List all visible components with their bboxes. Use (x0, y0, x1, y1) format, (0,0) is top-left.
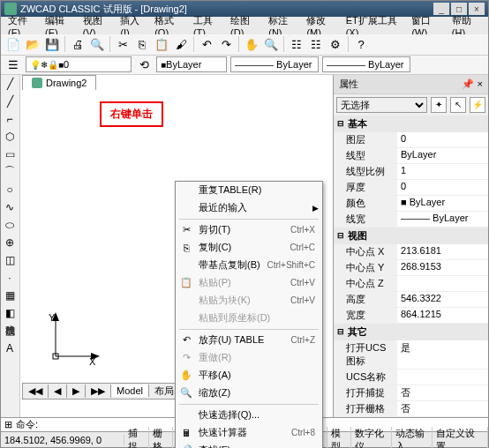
status-数字化仪[interactable]: 数字化仪 (351, 427, 392, 449)
ctx-快速计算器[interactable]: 🖩快速计算器Ctrl+8 (176, 424, 322, 442)
prop-row[interactable]: 线型ByLayer (334, 148, 488, 164)
layer-combo[interactable]: 💡❄🔒■ 0 (26, 56, 132, 72)
prop-row[interactable]: 图层0 (334, 132, 488, 148)
new-icon[interactable]: 📄 (4, 35, 22, 53)
ctx-平移(A)[interactable]: ✋平移(A) (176, 367, 322, 385)
toolbar-draw: ╱ ╱ ⌐ ⬡ ▭ ⌒ ○ ∿ ⬭ ⊕ ◫ · ▦ ◧ ▤ A (1, 75, 20, 417)
redo-icon[interactable]: ↷ (217, 35, 235, 53)
prop-row[interactable]: 打开UCS图标是 (334, 340, 488, 370)
match-icon[interactable]: 🖌 (172, 35, 190, 53)
ctx-最近的输入[interactable]: 最近的输入▶ (176, 199, 322, 217)
xline-icon[interactable]: ╱ (1, 93, 19, 110)
layer-manager-icon[interactable]: ☰ (4, 56, 22, 73)
ctx-重做(R): ↷重做(R) (176, 349, 322, 367)
prop-row[interactable]: 打开捕捉否 (334, 385, 488, 401)
pline-icon[interactable]: ⌐ (1, 110, 19, 128)
cut-icon[interactable]: ✂ (114, 35, 132, 53)
undo-icon[interactable]: ↶ (198, 35, 215, 53)
open-icon[interactable]: 📂 (24, 35, 41, 53)
ucs-icon: YX (47, 312, 100, 369)
props-close-icon[interactable]: × (478, 78, 483, 89)
status-动态输入[interactable]: 动态输入 (392, 427, 433, 449)
drawing-canvas[interactable]: Drawing2 右键单击 YX ◀◀ ◀ ▶ ▶▶ Model 布局1 布局2… (20, 75, 333, 417)
table-icon[interactable]: ▤ (1, 322, 19, 340)
prop-row[interactable]: 厚度0 (334, 180, 488, 196)
prop-row[interactable]: 线宽——— ByLayer (334, 212, 488, 228)
status-栅格[interactable]: 栅格 (149, 427, 174, 449)
tab-nav-first[interactable]: ◀◀ (23, 385, 49, 398)
ctx-重复TABLE(R)[interactable]: 重复TABLE(R) (176, 182, 322, 199)
circle-icon[interactable]: ○ (1, 181, 19, 198)
lineweight-combo[interactable]: ———— ByLayer (322, 56, 410, 72)
props-pin-icon[interactable]: 📌 (462, 78, 474, 90)
pan-icon[interactable]: ✋ (243, 35, 260, 53)
tab-model[interactable]: Model (111, 385, 149, 397)
prop-row[interactable]: 线型比例1 (334, 164, 488, 180)
prop-category[interactable]: 其它 (334, 324, 488, 340)
coordinates[interactable]: 184.5102, 456.9969, 0 (1, 435, 124, 445)
paste-icon[interactable]: 📋 (153, 35, 170, 53)
doc-tab-label: Drawing2 (46, 78, 87, 88)
svg-text:X: X (89, 356, 96, 365)
layer-prev-icon[interactable]: ⟲ (135, 56, 153, 73)
spline-icon[interactable]: ∿ (1, 198, 19, 216)
text-icon[interactable]: A (1, 340, 19, 357)
rectangle-icon[interactable]: ▭ (1, 146, 19, 163)
prop-row[interactable]: 打开栅格否 (334, 401, 488, 417)
arc-icon[interactable]: ⌒ (1, 163, 19, 181)
menubar: 文件(F)编辑(E)视图(V)插入(I)格式(O)工具(T)绘图(D)标注(N)… (1, 17, 488, 34)
ctx-缩放(Z)[interactable]: 🔍缩放(Z) (176, 385, 322, 402)
prop-row[interactable]: 高度546.3322 (334, 292, 488, 308)
region-icon[interactable]: ◧ (1, 304, 19, 322)
ctx-放弃(U) TABLE[interactable]: ↶放弃(U) TABLECtrl+Z (176, 332, 322, 349)
toolbar-standard: 📄 📂 💾 🖨 🔍 ✂ ⎘ 📋 🖌 ↶ ↷ ✋ 🔍 ☷ ☷ ⚙ ? (1, 34, 488, 56)
line-icon[interactable]: ╱ (1, 75, 19, 93)
properties-icon[interactable]: ☷ (288, 35, 305, 53)
ctx-粘贴为块(K): 粘贴为块(K)Ctrl+V (176, 292, 322, 310)
ctx-带基点复制(B)[interactable]: 带基点复制(B)Ctrl+Shift+C (176, 257, 322, 274)
copy-icon[interactable]: ⎘ (133, 35, 151, 53)
tab-nav-prev[interactable]: ◀ (49, 385, 67, 398)
point-icon[interactable]: · (1, 269, 19, 287)
preview-icon[interactable]: 🔍 (88, 35, 106, 53)
toolbar-layer: ☰ 💡❄🔒■ 0 ⟲ ■ ByLayer ———— ByLayer ———— B… (1, 56, 488, 75)
polygon-icon[interactable]: ⬡ (1, 128, 19, 146)
save-icon[interactable]: 💾 (43, 35, 61, 53)
help-icon[interactable]: ? (352, 35, 370, 53)
block-icon[interactable]: ◫ (1, 251, 19, 269)
selection-combo[interactable]: 无选择 (336, 97, 427, 113)
tools-icon[interactable]: ⚙ (327, 35, 344, 53)
select-objects-icon[interactable]: ↖ (450, 97, 466, 113)
print-icon[interactable]: 🖨 (69, 35, 87, 53)
hatch-icon[interactable]: ▦ (1, 287, 19, 304)
status-自定义设置...[interactable]: 自定义设置... (433, 427, 488, 449)
ctx-粘贴到原坐标(D): 粘贴到原坐标(D) (176, 310, 322, 327)
designcenter-icon[interactable]: ☷ (307, 35, 325, 53)
insert-icon[interactable]: ⊕ (1, 234, 19, 251)
ctx-快速选择(Q)...[interactable]: 快速选择(Q)... (176, 407, 322, 424)
color-combo[interactable]: ■ ByLayer (156, 56, 227, 72)
linetype-combo[interactable]: ———— ByLayer (230, 56, 319, 72)
ctx-复制(C)[interactable]: ⎘复制(C)Ctrl+C (176, 239, 322, 257)
prop-category[interactable]: 视图 (334, 228, 488, 244)
pickadd-icon[interactable]: ✦ (431, 97, 447, 113)
zoom-icon[interactable]: 🔍 (262, 35, 280, 53)
prop-row[interactable]: UCS名称 (334, 370, 488, 385)
quickselect-icon[interactable]: ⚡ (470, 97, 485, 113)
prop-row[interactable]: 颜色■ ByLayer (334, 196, 488, 212)
document-tab[interactable]: Drawing2 (22, 75, 96, 90)
prop-row[interactable]: 中心点 Y268.9153 (334, 260, 488, 276)
status-捕捉[interactable]: 捕捉 (124, 427, 149, 449)
prop-row[interactable]: 中心点 Z (334, 276, 488, 292)
ellipse-icon[interactable]: ⬭ (1, 216, 19, 234)
prop-category[interactable]: 基本 (334, 116, 488, 132)
status-模型[interactable]: 模型 (327, 427, 352, 449)
ctx-查找(F)...[interactable]: 🔎查找(F)... (176, 442, 322, 448)
prop-row[interactable]: 宽度864.1215 (334, 308, 488, 324)
prop-row[interactable]: 中心点 X213.6181 (334, 244, 488, 260)
tab-nav-last[interactable]: ▶▶ (86, 385, 111, 398)
ctx-剪切(T)[interactable]: ✂剪切(T)Ctrl+X (176, 221, 322, 239)
tab-nav-next[interactable]: ▶ (67, 385, 86, 398)
context-menu: 重复TABLE(R)最近的输入▶✂剪切(T)Ctrl+X⎘复制(C)Ctrl+C… (175, 181, 323, 448)
properties-panel: 属性 📌 × 无选择 ✦ ↖ ⚡ 基本图层0线型ByLayer线型比例1厚度0颜… (333, 75, 488, 417)
